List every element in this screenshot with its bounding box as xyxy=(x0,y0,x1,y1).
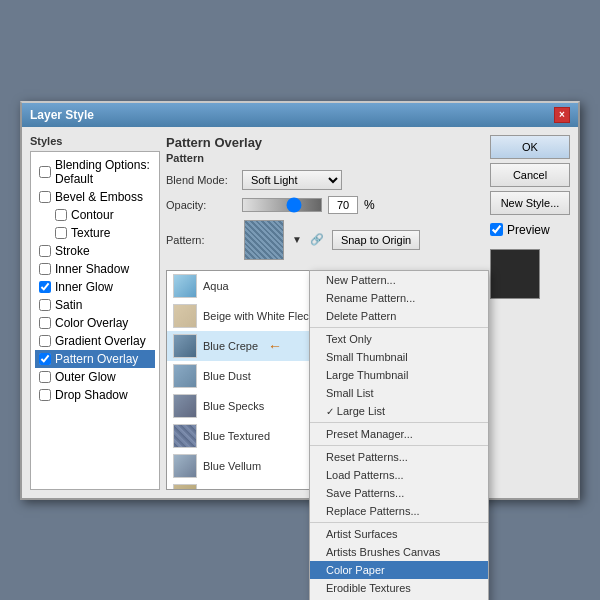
texture-label: Texture xyxy=(71,226,110,240)
blue-vellum-name: Blue Vellum xyxy=(203,460,261,472)
blend-mode-select[interactable]: Soft Light Normal Multiply Screen Overla… xyxy=(242,170,342,190)
ctx-artist-surfaces[interactable]: Artist Surfaces xyxy=(310,525,488,543)
inner-glow-label: Inner Glow xyxy=(55,280,113,294)
opacity-unit: % xyxy=(364,198,375,212)
opacity-slider[interactable] xyxy=(242,198,322,212)
close-button[interactable]: × xyxy=(554,107,570,123)
ctx-new-pattern[interactable]: New Pattern... xyxy=(310,271,488,289)
ctx-erodible[interactable]: Erodible Textures xyxy=(310,579,488,597)
style-item-bevel[interactable]: Bevel & Emboss xyxy=(35,188,155,206)
context-menu: New Pattern... Rename Pattern... Delete … xyxy=(309,270,489,601)
contour-checkbox[interactable] xyxy=(55,209,67,221)
outer-glow-checkbox[interactable] xyxy=(39,371,51,383)
ctx-artists-brushes[interactable]: Artists Brushes Canvas xyxy=(310,543,488,561)
pattern-dropdown-arrow[interactable]: ▼ xyxy=(292,234,302,245)
blend-mode-label: Blend Mode: xyxy=(166,174,236,186)
satin-label: Satin xyxy=(55,298,82,312)
left-panel: Styles Blending Options: Default Bevel &… xyxy=(30,135,160,490)
preview-checkbox[interactable] xyxy=(490,223,503,236)
style-item-inner-shadow[interactable]: Inner Shadow xyxy=(35,260,155,278)
ctx-save-patterns[interactable]: Save Patterns... xyxy=(310,484,488,502)
pattern-preview-swatch[interactable] xyxy=(244,220,284,260)
dialog-body: Styles Blending Options: Default Bevel &… xyxy=(22,127,578,498)
styles-label: Styles xyxy=(30,135,160,147)
ctx-sep-1 xyxy=(310,327,488,328)
pattern-row: Pattern: ▼ 🔗 Snap to Origin xyxy=(166,220,484,260)
ctx-reset-patterns[interactable]: Reset Patterns... xyxy=(310,448,488,466)
style-item-drop-shadow[interactable]: Drop Shadow xyxy=(35,386,155,404)
style-item-satin[interactable]: Satin xyxy=(35,296,155,314)
color-overlay-label: Color Overlay xyxy=(55,316,128,330)
ctx-preset-manager[interactable]: Preset Manager... xyxy=(310,425,488,443)
ctx-small-thumbnail[interactable]: Small Thumbnail xyxy=(310,348,488,366)
preview-swatch xyxy=(490,249,540,299)
contour-label: Contour xyxy=(71,208,114,222)
blending-label: Blending Options: Default xyxy=(55,158,151,186)
ctx-load-patterns[interactable]: Load Patterns... xyxy=(310,466,488,484)
beige-thumb xyxy=(173,304,197,328)
style-item-pattern-overlay[interactable]: Pattern Overlay xyxy=(35,350,155,368)
satin-checkbox[interactable] xyxy=(39,299,51,311)
bevel-label: Bevel & Emboss xyxy=(55,190,143,204)
pattern-overlay-checkbox[interactable] xyxy=(39,353,51,365)
ctx-rename-pattern[interactable]: Rename Pattern... xyxy=(310,289,488,307)
pattern-picker-area: Aqua Beige with White Fleck Blue Crepe ← xyxy=(166,270,484,490)
blue-textured-name: Blue Textured xyxy=(203,430,270,442)
ctx-small-list[interactable]: Small List xyxy=(310,384,488,402)
right-panel: OK Cancel New Style... Preview xyxy=(490,135,570,490)
ctx-delete-pattern[interactable]: Delete Pattern xyxy=(310,307,488,325)
style-item-color-overlay[interactable]: Color Overlay xyxy=(35,314,155,332)
blend-mode-row: Blend Mode: Soft Light Normal Multiply S… xyxy=(166,170,484,190)
pattern-label: Pattern: xyxy=(166,234,236,246)
stroke-checkbox[interactable] xyxy=(39,245,51,257)
pattern-overlay-label: Pattern Overlay xyxy=(55,352,138,366)
title-bar: Layer Style × xyxy=(22,103,578,127)
style-item-gradient-overlay[interactable]: Gradient Overlay xyxy=(35,332,155,350)
beige-name: Beige with White Fleck xyxy=(203,310,314,322)
style-item-blending[interactable]: Blending Options: Default xyxy=(35,156,155,188)
style-item-texture[interactable]: Texture xyxy=(35,224,155,242)
arrow-indicator: ← xyxy=(268,338,282,354)
style-item-inner-glow[interactable]: Inner Glow xyxy=(35,278,155,296)
cancel-button[interactable]: Cancel xyxy=(490,163,570,187)
style-item-outer-glow[interactable]: Outer Glow xyxy=(35,368,155,386)
new-style-button[interactable]: New Style... xyxy=(490,191,570,215)
snap-to-origin-button[interactable]: Snap to Origin xyxy=(332,230,420,250)
ctx-color-paper[interactable]: Color Paper xyxy=(310,561,488,579)
ctx-grayscale-paper[interactable]: Grayscale Paper xyxy=(310,597,488,601)
blue-specks-thumb xyxy=(173,394,197,418)
opacity-input[interactable] xyxy=(328,196,358,214)
drop-shadow-checkbox[interactable] xyxy=(39,389,51,401)
ctx-replace-patterns[interactable]: Replace Patterns... xyxy=(310,502,488,520)
stroke-label: Stroke xyxy=(55,244,90,258)
buff-thumb xyxy=(173,484,197,490)
gradient-overlay-checkbox[interactable] xyxy=(39,335,51,347)
color-overlay-checkbox[interactable] xyxy=(39,317,51,329)
ctx-large-thumbnail[interactable]: Large Thumbnail xyxy=(310,366,488,384)
blue-crepe-name: Blue Crepe xyxy=(203,340,258,352)
ok-button[interactable]: OK xyxy=(490,135,570,159)
ctx-sep-3 xyxy=(310,445,488,446)
opacity-label: Opacity: xyxy=(166,199,236,211)
inner-shadow-label: Inner Shadow xyxy=(55,262,129,276)
drop-shadow-label: Drop Shadow xyxy=(55,388,128,402)
inner-glow-checkbox[interactable] xyxy=(39,281,51,293)
gradient-overlay-label: Gradient Overlay xyxy=(55,334,146,348)
style-item-stroke[interactable]: Stroke xyxy=(35,242,155,260)
style-item-contour[interactable]: Contour xyxy=(35,206,155,224)
blending-checkbox[interactable] xyxy=(39,166,51,178)
blue-textured-thumb xyxy=(173,424,197,448)
panel-title: Pattern Overlay xyxy=(166,135,484,150)
bevel-checkbox[interactable] xyxy=(39,191,51,203)
ctx-sep-4 xyxy=(310,522,488,523)
ctx-large-list[interactable]: Large List xyxy=(310,402,488,420)
ctx-text-only[interactable]: Text Only xyxy=(310,330,488,348)
opacity-row: Opacity: % xyxy=(166,196,484,214)
main-panel: Pattern Overlay Pattern Blend Mode: Soft… xyxy=(166,135,484,490)
texture-checkbox[interactable] xyxy=(55,227,67,239)
pattern-link-icon[interactable]: 🔗 xyxy=(310,233,324,246)
aqua-name: Aqua xyxy=(203,280,229,292)
preview-row: Preview xyxy=(490,223,570,237)
ctx-sep-2 xyxy=(310,422,488,423)
inner-shadow-checkbox[interactable] xyxy=(39,263,51,275)
